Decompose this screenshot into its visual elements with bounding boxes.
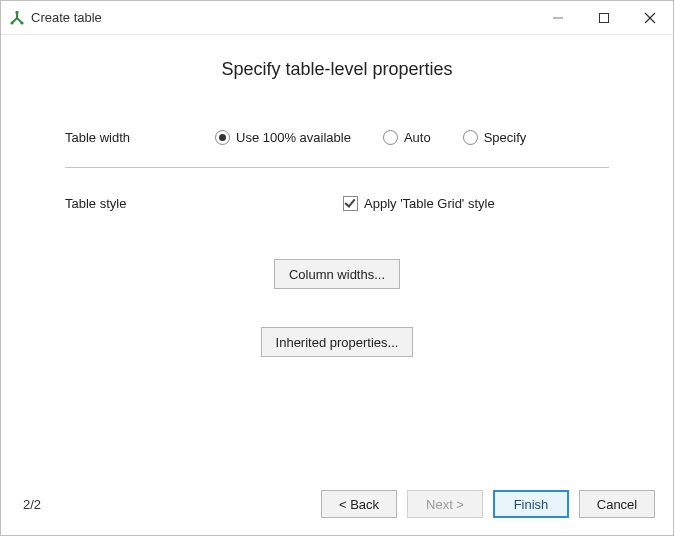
maximize-button[interactable] — [581, 1, 627, 34]
window-controls — [535, 1, 673, 34]
radio-indicator-icon — [383, 130, 398, 145]
cancel-button[interactable]: Cancel — [579, 490, 655, 518]
minimize-button[interactable] — [535, 1, 581, 34]
finish-button[interactable]: Finish — [493, 490, 569, 518]
back-button[interactable]: < Back — [321, 490, 397, 518]
checkbox-label: Apply 'Table Grid' style — [364, 196, 495, 211]
separator — [65, 167, 609, 168]
table-style-row: Table style Apply 'Table Grid' style — [65, 196, 609, 211]
svg-point-5 — [20, 21, 23, 24]
footer-buttons: < Back Next > Finish Cancel — [321, 490, 655, 518]
radio-indicator-icon — [215, 130, 230, 145]
page-indicator: 2/2 — [23, 497, 41, 512]
checkbox-icon — [343, 196, 358, 211]
radio-indicator-icon — [463, 130, 478, 145]
radio-label: Auto — [404, 130, 431, 145]
inherited-properties-row: Inherited properties... — [65, 327, 609, 357]
footer: 2/2 < Back Next > Finish Cancel — [1, 475, 673, 535]
svg-rect-7 — [600, 13, 609, 22]
table-width-row: Table width Use 100% available Auto Spec… — [65, 130, 609, 145]
svg-point-4 — [10, 21, 13, 24]
column-widths-row: Column widths... — [65, 259, 609, 289]
table-width-label: Table width — [65, 130, 215, 145]
radio-specify[interactable]: Specify — [463, 130, 527, 145]
form-area: Table width Use 100% available Auto Spec… — [25, 130, 649, 357]
dialog-window: Create table Specify table-level propert… — [0, 0, 674, 536]
close-button[interactable] — [627, 1, 673, 34]
radio-label: Use 100% available — [236, 130, 351, 145]
app-icon — [9, 10, 25, 26]
content-area: Specify table-level properties Table wid… — [1, 35, 673, 475]
titlebar: Create table — [1, 1, 673, 35]
column-widths-button[interactable]: Column widths... — [274, 259, 400, 289]
radio-label: Specify — [484, 130, 527, 145]
window-title: Create table — [31, 10, 102, 25]
radio-use-100[interactable]: Use 100% available — [215, 130, 351, 145]
next-button: Next > — [407, 490, 483, 518]
table-style-label: Table style — [65, 196, 215, 211]
table-width-radio-group: Use 100% available Auto Specify — [215, 130, 526, 145]
inherited-properties-button[interactable]: Inherited properties... — [261, 327, 414, 357]
radio-auto[interactable]: Auto — [383, 130, 431, 145]
svg-point-3 — [15, 11, 18, 14]
apply-style-checkbox[interactable]: Apply 'Table Grid' style — [343, 196, 495, 211]
page-heading: Specify table-level properties — [25, 59, 649, 80]
